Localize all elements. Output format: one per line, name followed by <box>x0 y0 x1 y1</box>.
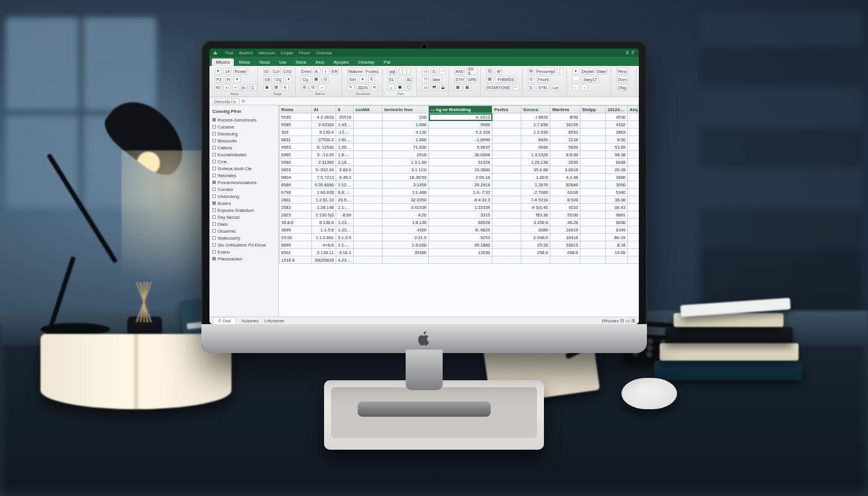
cell[interactable]: 1.231:20 <box>336 219 354 226</box>
cell[interactable]: 1:1-23:18 <box>336 241 354 249</box>
cell[interactable] <box>628 159 639 166</box>
nav-item[interactable]: Exunalndestan <box>211 151 277 158</box>
status-item[interactable]: Lrfuranner <box>264 318 285 324</box>
nav-item[interactable]: Catiens <box>211 144 277 151</box>
cell[interactable] <box>628 196 639 204</box>
cell[interactable]: 1.080 <box>382 121 429 128</box>
cell[interactable] <box>492 211 521 219</box>
ribbon-button[interactable]: INTARTONE <box>486 84 510 91</box>
cell[interactable]: 68528 <box>429 219 492 226</box>
cell[interactable] <box>580 241 606 249</box>
table-row[interactable]: 95802:313832,181:01.3:1.89513281:20.1382… <box>279 159 639 166</box>
nav-item[interactable]: Daes <box>211 221 277 227</box>
cell[interactable]: 303 <box>279 128 312 136</box>
ribbon-button[interactable]: P2 <box>215 76 223 83</box>
nav-item[interactable]: Dersleutrg <box>211 130 277 137</box>
ribbon-button[interactable]: RI <box>215 84 222 91</box>
cell[interactable]: 25:18 <box>521 241 550 249</box>
cell[interactable] <box>628 211 639 219</box>
nav-item[interactable]: Sortesa docill Cte <box>211 165 277 172</box>
cell[interactable] <box>354 219 382 226</box>
ribbon-button[interactable]: ⊡ <box>528 76 535 83</box>
ribbon-button[interactable]: + <box>232 84 239 91</box>
table-row[interactable]: 49538: 125301,503.671.8305.9837493659205… <box>279 144 639 151</box>
title-menu-item[interactable]: Thsl <box>225 50 233 56</box>
cell[interactable]: 5340 <box>606 189 628 196</box>
cell[interactable] <box>354 189 382 196</box>
nav-item[interactable]: Posnemesnocations <box>211 179 277 186</box>
cell[interactable] <box>492 174 521 181</box>
ribbon-button[interactable]: ⊟ <box>310 84 317 91</box>
cell[interactable]: -4+8:8 <box>312 241 336 249</box>
cell[interactable] <box>354 174 382 181</box>
table-row[interactable]: 883127530.21:81:381.880-1,6990682621188:… <box>279 136 639 144</box>
cell[interactable]: 2089 <box>521 226 550 234</box>
cell[interactable] <box>492 256 521 264</box>
cell[interactable]: -9 3(0.40 <box>521 204 550 211</box>
ribbon-button[interactable]: Lor <box>551 84 560 91</box>
ribbon-button[interactable]: ≋ <box>371 84 378 91</box>
ribbon-button[interactable]: A↕ <box>241 84 248 91</box>
cell[interactable]: 63:68 <box>550 189 580 196</box>
cell[interactable]: 71.830 <box>382 144 429 151</box>
cell[interactable]: 9891 <box>606 211 628 219</box>
ribbon-button[interactable]: 01 <box>388 76 395 83</box>
cell[interactable] <box>492 241 521 249</box>
ribbon-button[interactable]: ▾ <box>215 68 222 75</box>
cell[interactable] <box>580 211 606 219</box>
tab-oesday[interactable]: Oesday <box>354 58 378 66</box>
ribbon-button[interactable]: ⬢ <box>396 84 403 91</box>
nav-item[interactable]: Sealocserty <box>211 234 277 241</box>
cell[interactable]: 1.6.-7:33 <box>429 189 492 196</box>
ribbon-button[interactable]: Rower <box>233 68 248 75</box>
cell[interactable]: 8899 <box>279 241 312 249</box>
cell[interactable]: 20.28 <box>606 166 628 174</box>
cell[interactable]: 1.2676 <box>521 181 550 189</box>
cell[interactable]: 5.2.328 <box>429 128 492 136</box>
tab-apopnc[interactable]: Apopnc <box>329 58 353 66</box>
nav-item[interactable]: Coroten <box>211 186 277 193</box>
ribbon-button[interactable]: STH <box>454 76 465 83</box>
cell[interactable] <box>492 189 521 196</box>
cell[interactable]: 2801 <box>279 196 312 204</box>
tab-seca[interactable]: Seca <box>292 58 310 66</box>
ribbon-button[interactable]: 14 <box>223 68 231 75</box>
cell[interactable]: 8349 <box>606 226 628 234</box>
cell[interactable]: 18418 <box>550 234 580 241</box>
ribbon-button[interactable]: ⬒ <box>431 84 437 91</box>
cell[interactable]: -13.5CK <box>336 128 354 136</box>
ribbon-button[interactable]: ▦ <box>312 76 320 83</box>
cell[interactable] <box>628 136 639 144</box>
ribbon-button[interactable]: ▭ <box>422 68 429 75</box>
title-menu-item[interactable]: Copat <box>281 50 293 56</box>
table-row[interactable]: 38.8:08:138.81.231:201:8.130685283.358:8… <box>279 219 639 226</box>
cell[interactable]: 3-548:9 <box>521 234 550 241</box>
ribbon-button[interactable]: ElI-E <box>466 68 477 75</box>
ribbon-button[interactable]: Cq: <box>301 76 311 83</box>
cell[interactable]: 3:1 1C0 <box>382 166 429 174</box>
ribbon-button[interactable]: G8 <box>263 76 272 83</box>
column-header[interactable]: — hg ne Rretrolling <box>429 106 492 113</box>
cell[interactable] <box>492 181 521 189</box>
tab-mtcers[interactable]: Mtcers <box>212 58 234 66</box>
cell[interactable]: 1.06:8 <box>521 174 550 181</box>
nav-item[interactable]: Undurdong <box>211 193 277 200</box>
cell[interactable]: 3.0018 <box>550 166 580 174</box>
cell[interactable]: 6798 <box>279 189 312 196</box>
cell[interactable]: 5920 <box>550 144 580 151</box>
cell[interactable] <box>492 226 521 234</box>
cell[interactable] <box>492 128 521 136</box>
cell[interactable] <box>580 128 606 136</box>
cell[interactable]: 1.8-8.00 <box>336 151 354 159</box>
column-header[interactable]: Waritres <box>550 106 580 113</box>
nav-item[interactable]: Dey Necssl <box>211 214 277 221</box>
cell[interactable]: 1:60.628 <box>312 189 336 196</box>
cell[interactable]: 3.358:8 <box>521 219 550 226</box>
cell[interactable]: 1-23:8:9 <box>336 226 354 234</box>
cell[interactable]: -8:89 <box>336 211 354 219</box>
ribbon-button[interactable]: ▾ <box>359 76 366 83</box>
cell[interactable]: 1:1.488 <box>382 189 429 196</box>
table-row[interactable]: 85012:138.118:16.13538013530258.8698:819… <box>279 249 639 256</box>
cell[interactable] <box>628 204 639 211</box>
cell[interactable]: 3315 <box>429 211 492 219</box>
